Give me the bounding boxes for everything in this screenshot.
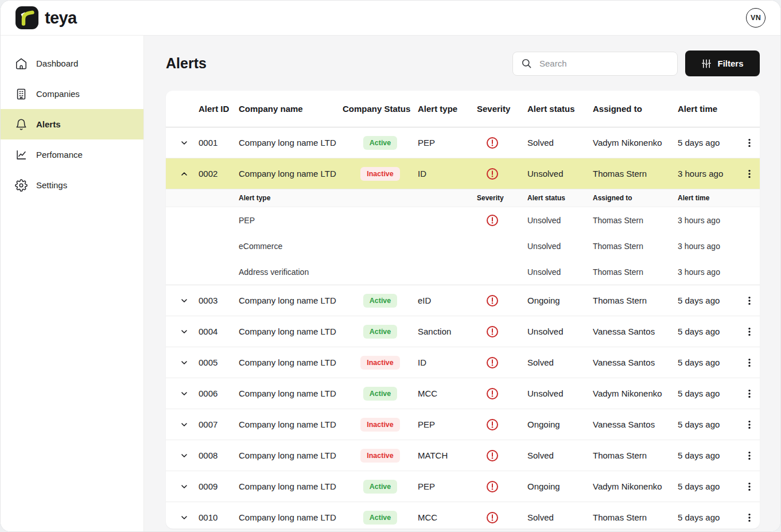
severity-icon xyxy=(486,137,499,149)
chevron-down-icon xyxy=(180,482,189,491)
sub-column-header-alert-type: Alert type xyxy=(239,194,477,202)
main-content: Alerts Filters xyxy=(144,36,780,531)
home-icon xyxy=(15,57,28,70)
alert-type: PEP xyxy=(418,481,477,491)
row-menu-button[interactable] xyxy=(742,355,757,370)
assigned-to: Vadym Nikonenko xyxy=(593,138,678,147)
severity-icon xyxy=(486,418,499,431)
severity-icon xyxy=(486,294,499,307)
chevron-down-icon xyxy=(180,138,189,147)
search-input[interactable] xyxy=(538,58,669,69)
expand-row-button[interactable] xyxy=(180,138,189,147)
alert-row-0008[interactable]: 0008 Company long name LTD Inactive MATC… xyxy=(166,440,760,471)
row-menu-button[interactable] xyxy=(742,293,757,308)
alert-status: Ongoing xyxy=(527,296,593,305)
alert-status: Ongoing xyxy=(527,420,593,429)
column-header-assigned-to: Assigned to xyxy=(593,104,678,114)
sidebar-item-dashboard[interactable]: Dashboard xyxy=(1,48,143,79)
sub-alert-time: 3 hours ago xyxy=(678,267,738,277)
alert-row-0005[interactable]: 0005 Company long name LTD Inactive ID S… xyxy=(166,347,760,378)
severity-icon xyxy=(486,325,499,338)
alert-type: ID xyxy=(418,169,477,178)
row-menu-button[interactable] xyxy=(742,448,757,463)
assigned-to: Vanessa Santos xyxy=(593,420,678,429)
kebab-icon xyxy=(744,420,755,430)
alert-row-0010[interactable]: 0010 Company long name LTD Active MCC So… xyxy=(166,502,760,529)
sub-alert-row[interactable]: PEP Unsolved Thomas Stern 3 hours ago xyxy=(166,207,760,233)
severity-icon xyxy=(486,480,499,493)
expand-row-button[interactable] xyxy=(180,327,189,336)
expand-row-button[interactable] xyxy=(180,420,189,429)
sub-alert-row[interactable]: eCommerce Unsolved Thomas Stern 3 hours … xyxy=(166,233,760,259)
alert-row-0009[interactable]: 0009 Company long name LTD Active PEP On… xyxy=(166,471,760,502)
alert-row-0003[interactable]: 0003 Company long name LTD Active eID On… xyxy=(166,285,760,316)
user-avatar[interactable]: VN xyxy=(746,8,766,28)
expand-row-button[interactable] xyxy=(180,389,189,398)
assigned-to: Vadym Nikonenko xyxy=(593,481,678,491)
table-body: 0001 Company long name LTD Active PEP So… xyxy=(166,127,760,529)
expand-row-button[interactable] xyxy=(180,451,189,460)
column-header-alert-time: Alert time xyxy=(678,104,738,114)
sidebar-item-label: Companies xyxy=(36,89,80,99)
expand-row-button[interactable] xyxy=(180,482,189,491)
alert-type: PEP xyxy=(418,420,477,429)
row-menu-button[interactable] xyxy=(742,324,757,339)
alert-row-0001[interactable]: 0001 Company long name LTD Active PEP So… xyxy=(166,127,760,158)
sidebar-item-perfomance[interactable]: Perfomance xyxy=(1,139,143,170)
row-menu-button[interactable] xyxy=(742,510,757,525)
expand-row-button[interactable] xyxy=(180,513,189,522)
alert-status: Solved xyxy=(527,358,593,367)
sub-column-header-severity: Severity xyxy=(477,194,527,202)
filters-button[interactable]: Filters xyxy=(685,51,760,76)
assigned-to: Thomas Stern xyxy=(593,451,678,460)
sidebar-item-label: Dashboard xyxy=(36,59,78,68)
brand-logo[interactable]: teya xyxy=(15,6,77,29)
kebab-icon xyxy=(744,169,755,179)
filters-button-label: Filters xyxy=(717,59,743,68)
sub-alert-status: Unsolved xyxy=(527,267,593,277)
sidebar-item-settings[interactable]: Settings xyxy=(1,170,143,200)
expand-row-button[interactable] xyxy=(180,296,189,305)
kebab-icon xyxy=(744,389,755,399)
search-icon xyxy=(521,58,532,69)
alert-row-0006[interactable]: 0006 Company long name LTD Active MCC Un… xyxy=(166,378,760,409)
row-menu-button[interactable] xyxy=(742,386,757,401)
alert-id: 0005 xyxy=(199,358,239,367)
sub-alert-type: eCommerce xyxy=(239,242,477,251)
sub-column-header-alert-status: Alert status xyxy=(527,194,593,202)
collapse-row-button[interactable] xyxy=(180,169,189,178)
sidebar-item-alerts[interactable]: Alerts xyxy=(1,109,143,139)
alert-row-0004[interactable]: 0004 Company long name LTD Active Sancti… xyxy=(166,316,760,347)
search-box[interactable] xyxy=(512,52,678,76)
column-header-company-status: Company Status xyxy=(343,104,418,114)
company-status-badge: Inactive xyxy=(360,418,400,432)
app-window: teya VN Dashboard Companies Alerts Perfo… xyxy=(0,0,781,532)
alert-id: 0004 xyxy=(199,327,239,336)
row-menu-button[interactable] xyxy=(742,417,757,432)
alert-id: 0008 xyxy=(199,451,239,460)
sidebar-item-companies[interactable]: Companies xyxy=(1,79,143,109)
app-body: Dashboard Companies Alerts Perfomance Se… xyxy=(1,36,780,531)
sub-column-header-alert-time: Alert time xyxy=(678,194,738,202)
sub-assigned-to: Thomas Stern xyxy=(593,267,678,277)
alerts-table-card: Alert IDCompany nameCompany StatusAlert … xyxy=(166,91,760,529)
expand-row-button[interactable] xyxy=(180,358,189,367)
alert-id: 0009 xyxy=(199,481,239,491)
column-header-severity: Severity xyxy=(477,104,527,114)
alert-row-0007[interactable]: 0007 Company long name LTD Inactive PEP … xyxy=(166,409,760,440)
assigned-to: Vadym Nikonenko xyxy=(593,389,678,398)
row-menu-button[interactable] xyxy=(742,135,757,150)
company-status-badge: Active xyxy=(363,511,398,525)
alert-id: 0001 xyxy=(199,138,239,147)
assigned-to: Thomas Stern xyxy=(593,296,678,305)
expanded-alerts-section: Alert typeSeverityAlert statusAssigned t… xyxy=(166,189,760,285)
row-menu-button[interactable] xyxy=(742,479,757,494)
sub-alert-row[interactable]: Address verification Unsolved Thomas Ste… xyxy=(166,259,760,285)
alert-time: 5 days ago xyxy=(678,512,738,522)
company-name: Company long name LTD xyxy=(239,138,343,147)
alert-row-0002[interactable]: 0002 Company long name LTD Inactive ID U… xyxy=(166,158,760,189)
alert-status: Solved xyxy=(527,512,593,522)
company-name: Company long name LTD xyxy=(239,169,343,178)
assigned-to: Thomas Stern xyxy=(593,169,678,178)
row-menu-button[interactable] xyxy=(742,166,757,181)
